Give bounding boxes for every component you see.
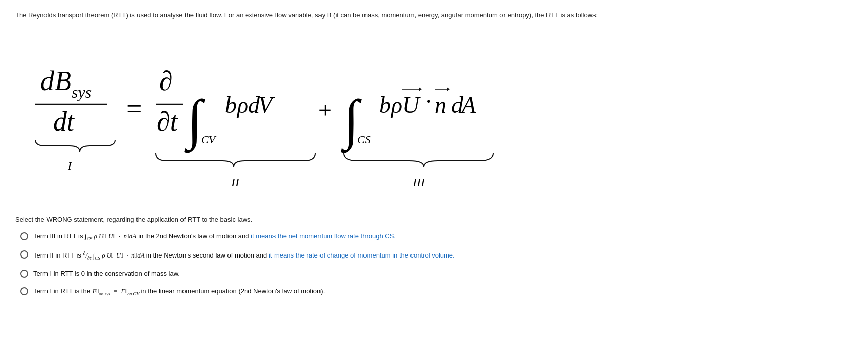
svg-text:B: B xyxy=(55,66,71,96)
svg-text:=: = xyxy=(126,94,142,124)
option-c[interactable]: Term I in RTT is 0 in the conservation o… xyxy=(20,269,853,279)
svg-text:b: b xyxy=(225,92,237,118)
option-b-text: Term II in RTT is ∂/∂t ∫CS ρ U⃗ U⃗ · n⃗d… xyxy=(33,249,455,262)
intro-paragraph: The Reynolds transport theorem (RTT) is … xyxy=(15,10,853,20)
svg-text:II: II xyxy=(231,176,240,189)
radio-d[interactable] xyxy=(20,287,28,295)
select-statement: Select the WRONG statement, regarding th… xyxy=(15,216,853,223)
option-d[interactable]: Term I in RTT is the F⃗on sys = F⃗on CV … xyxy=(20,286,853,297)
option-a-math: ∫CS ρ U⃗ U⃗ · n⃗dA xyxy=(85,232,138,240)
option-a-text: Term III in RTT is ∫CS ρ U⃗ U⃗ · n⃗dA in… xyxy=(33,231,396,242)
svg-text:V: V xyxy=(258,92,275,118)
svg-text:A: A xyxy=(460,92,476,118)
svg-text:∂: ∂ xyxy=(159,66,173,96)
svg-text:U: U xyxy=(402,92,421,118)
option-b-math: ∂/∂t ∫CS ρ U⃗ U⃗ · n⃗dA xyxy=(83,251,146,259)
svg-marker-24 xyxy=(419,87,422,91)
svg-text:dt: dt xyxy=(53,106,75,137)
rtt-formula: d B sys dt I = ∂ ∂t ∫ CV b ρ d V II + xyxy=(25,29,853,203)
svg-text:n: n xyxy=(435,92,446,118)
option-b-highlight: it means the rate of change of momentum … xyxy=(269,251,455,259)
svg-text:d: d xyxy=(40,66,55,96)
options-list: Term III in RTT is ∫CS ρ U⃗ U⃗ · n⃗dA in… xyxy=(20,231,853,298)
radio-a[interactable] xyxy=(20,232,28,240)
option-b[interactable]: Term II in RTT is ∂/∂t ∫CS ρ U⃗ U⃗ · n⃗d… xyxy=(20,249,853,262)
radio-b[interactable] xyxy=(20,250,28,259)
svg-text:ρ: ρ xyxy=(236,92,248,118)
svg-text:sys: sys xyxy=(72,83,92,101)
option-a[interactable]: Term III in RTT is ∫CS ρ U⃗ U⃗ · n⃗dA in… xyxy=(20,231,853,242)
svg-text:∂t: ∂t xyxy=(157,106,179,137)
svg-text:CS: CS xyxy=(357,133,371,146)
svg-text:III: III xyxy=(412,176,425,189)
option-d-text: Term I in RTT is the F⃗on sys = F⃗on CV … xyxy=(33,286,325,297)
radio-c[interactable] xyxy=(20,270,28,278)
svg-marker-28 xyxy=(447,87,450,91)
svg-text:CV: CV xyxy=(201,133,217,146)
svg-text:I: I xyxy=(67,159,72,173)
svg-text:·: · xyxy=(426,89,432,114)
svg-text:ρ: ρ xyxy=(390,92,402,118)
svg-text:b: b xyxy=(379,92,391,118)
option-a-highlight: it means the net momentum flow rate thro… xyxy=(251,232,396,240)
svg-text:+: + xyxy=(318,97,332,123)
option-d-math: F⃗on sys = F⃗on CV xyxy=(93,287,141,295)
option-c-text: Term I in RTT is 0 in the conservation o… xyxy=(33,269,180,279)
